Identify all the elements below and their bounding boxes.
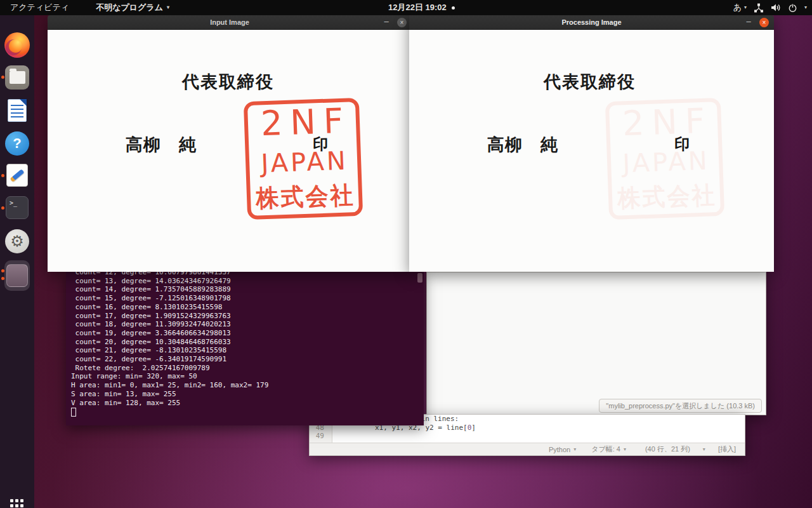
terminal-line: Rotete degree: 2.02574167009789 [71,364,424,373]
prompt-glyph: >_ [10,199,17,206]
terminal-line: H area: min1= 0, max1= 25, min2= 160, ma… [71,381,424,390]
terminal-line: V area: min= 128, max= 255 [71,399,424,408]
notification-dot-icon [452,6,455,10]
terminal-line: count= 20, degree= 10.304846468766033 [71,338,424,347]
doc-title-text: 代表取締役 [182,70,274,93]
company-seal: 2NF JAPAN 株式会社 [244,98,363,220]
app-menu-label: 不明なプログラム [96,2,163,13]
input-mode-indicator[interactable]: [挿入] [718,444,736,454]
seal-line-2: JAPAN [622,147,710,177]
language-label: Python [549,446,570,453]
dock: ? >_ ⚙ [0,15,34,508]
code-text: ] [471,424,476,432]
chevron-down-icon: ▾ [744,5,747,10]
volume-icon [771,3,781,12]
pencil-icon [10,169,25,182]
doc-stamp-mark: 印 [313,134,328,154]
dock-item-unknown-app[interactable] [4,260,30,291]
code-line-49[interactable] [333,432,745,441]
terminal-line: count= 19, degree= 3.3664606634298013 [71,329,424,338]
terminal-line: count= 12, degree= 10.007979801441337 [71,272,424,277]
gear-icon: ⚙ [5,229,29,253]
file-selection-toast: "mylib_preprocess.py"を選択しました (10.3 kB) [599,399,762,413]
tab-width-label: タブ幅: 4 [591,444,620,454]
input-image-window: Input Image – × 代表取締役 高柳 純 印 2NF JAPAN 株… [48,15,412,272]
minimize-button[interactable]: – [743,17,754,26]
clock-button[interactable]: 12月22日 19:02 [388,0,455,15]
question-mark-glyph: ? [13,135,21,152]
chevron-down-icon: ▾ [573,447,576,452]
terminal-icon: >_ [6,196,29,219]
terminal-window[interactable]: count= 12, degree= 10.007979801441337 co… [66,272,424,425]
doc-name-text: 高柳 純 [487,133,558,156]
seal-line-3: 株式会社 [256,181,355,213]
terminal-line: Input range: min= 320, max= 50 [71,372,424,381]
processing-image-window: Processing Image – × 代表取締役 高柳 純 印 2NF JA… [409,15,774,272]
show-applications-button[interactable] [10,499,24,508]
file-manager-window: "mylib_preprocess.py"を選択しました (10.3 kB) [426,272,766,415]
activities-button[interactable]: アクティビティ [6,2,73,13]
top-bar: アクティビティ 不明なプログラム ▾ 12月22日 19:02 あ ▾ ▾ [0,0,812,15]
clock-label: 12月22日 19:02 [388,2,447,13]
input-method-indicator[interactable]: あ ▾ [733,2,747,13]
dock-item-libreoffice-writer[interactable] [4,98,30,123]
terminal-scrollbar[interactable] [417,273,422,283]
seal-line-2: JAPAN [261,147,349,177]
help-icon: ? [5,131,29,156]
terminal-cursor [71,408,76,417]
doc-title-text: 代表取締役 [544,70,636,93]
dock-item-files[interactable] [4,65,30,90]
dock-item-firefox[interactable] [4,32,30,58]
network-icon [754,3,764,13]
cursor-position-label: (40 行、21 列) [645,444,690,454]
minimize-button[interactable]: – [381,17,391,26]
seal-line-1: 2NF [260,103,351,142]
editor-status-bar: Python ▾ タブ幅: 4 ▾ (40 行、21 列) ▾ [挿入] [310,443,745,455]
terminal-line: count= 18, degree= 11.309932474020213 [71,320,424,329]
terminal-line: count= 16, degree= 8.13010235415598 [71,303,424,312]
tab-width-selector[interactable]: タブ幅: 4 ▾ [591,444,626,454]
dock-item-help[interactable]: ? [4,131,30,156]
terminal-line: count= 22, degree= -6.34019174590991 [71,355,424,364]
input-image-canvas: 代表取締役 高柳 純 印 2NF JAPAN 株式会社 [48,30,412,272]
terminal-line: S area: min= 13, max= 255 [71,390,424,399]
terminal-line: count= 21, degree= -8.13010235415598 [71,346,424,355]
language-selector[interactable]: Python ▾ [549,446,576,453]
system-tray[interactable]: あ ▾ ▾ [733,0,807,15]
dock-item-gedit[interactable] [4,163,30,188]
window-title: Input Image [210,18,249,26]
writer-document-icon [8,99,27,122]
gear-glyph: ⚙ [10,232,24,250]
terminal-line: count= 14, degree= 1.7357045889283889 [71,285,424,294]
text-editor-icon [6,164,28,187]
input-method-label: あ [733,2,742,13]
chevron-down-icon: ▾ [624,447,626,452]
toast-text: "mylib_preprocess.py"を選択しました (10.3 kB) [606,401,755,411]
company-seal-removed-ghost: 2NF JAPAN 株式会社 [605,98,724,220]
chevron-down-icon: ▾ [804,5,807,10]
seal-line-3: 株式会社 [617,181,717,213]
dock-item-terminal[interactable]: >_ [4,195,30,220]
processing-image-canvas: 代表取締役 高柳 純 印 2NF JAPAN 株式会社 [409,30,774,272]
chevron-down-icon[interactable]: ▾ [703,447,705,452]
close-icon: × [400,20,404,26]
line-number: 49 [310,432,332,441]
files-icon [5,65,29,90]
processing-image-titlebar[interactable]: Processing Image – × [409,15,774,30]
unknown-app-icon [4,260,30,291]
doc-name-text: 高柳 純 [126,133,197,156]
close-icon: × [763,20,766,26]
dock-item-settings[interactable]: ⚙ [4,229,30,254]
close-button[interactable]: × [397,18,407,27]
chevron-down-icon: ▾ [167,5,169,10]
terminal-line: count= 17, degree= 1.9091524329963763 [71,312,424,321]
close-button[interactable]: × [759,18,769,27]
input-image-titlebar[interactable]: Input Image – × [48,15,412,30]
window-title: Processing Image [561,18,621,26]
terminal-line: count= 15, degree= -7.125016348901798 [71,294,424,303]
terminal-output: count= 12, degree= 10.007979801441337 co… [66,272,424,407]
seal-line-1: 2NF [622,103,713,142]
app-menu-button[interactable]: 不明なプログラム ▾ [96,2,169,13]
power-icon [788,3,797,13]
firefox-icon [4,32,30,58]
